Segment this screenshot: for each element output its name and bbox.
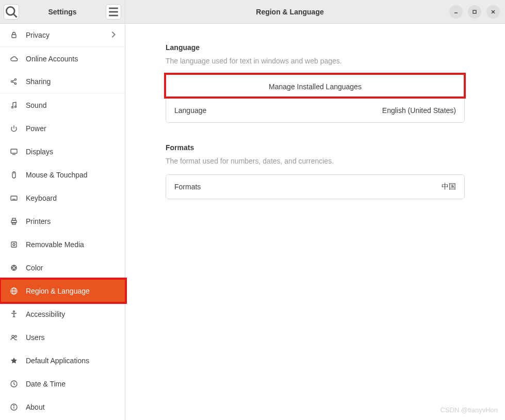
sidebar-header: Settings [0, 0, 125, 24]
svg-point-38 [13, 311, 15, 312]
clock-icon [9, 379, 19, 389]
hamburger-icon [106, 5, 121, 19]
minimize-button[interactable] [449, 5, 463, 19]
formats-row-value: 中国 [442, 182, 456, 191]
mouse-icon [9, 170, 19, 180]
svg-rect-18 [11, 196, 17, 200]
sidebar-item-mouse-touchpad[interactable]: Mouse & Touchpad [0, 163, 125, 186]
sidebar-item-label: Online Accounts [26, 55, 118, 63]
svg-point-34 [12, 267, 13, 268]
svg-rect-27 [12, 222, 15, 224]
chevron-right-icon [109, 30, 118, 40]
manage-languages-button[interactable]: Manage Installed Languages [166, 75, 464, 99]
language-row-value: English (United States) [382, 106, 456, 115]
formats-row-label: Formats [174, 183, 201, 191]
svg-point-6 [11, 80, 12, 82]
content-area: Language The language used for text in w… [125, 24, 505, 420]
svg-point-33 [13, 269, 14, 270]
sidebar-item-label: Privacy [26, 31, 102, 39]
info-icon [9, 402, 19, 412]
window-controls [449, 5, 500, 19]
sidebar-item-online-accounts[interactable]: Online Accounts [0, 47, 125, 70]
sidebar-item-label: Users [26, 333, 118, 342]
maximize-button[interactable] [468, 5, 481, 19]
sidebar-item-default-applications[interactable]: Default Applications [0, 349, 125, 372]
sidebar-item-label: Removable Media [26, 240, 118, 249]
sidebar-item-label: Accessibility [26, 310, 118, 318]
svg-point-39 [12, 335, 14, 337]
svg-point-12 [14, 106, 16, 107]
svg-point-40 [15, 335, 17, 337]
users-icon [9, 333, 19, 342]
svg-line-10 [12, 82, 14, 83]
svg-point-29 [13, 244, 15, 246]
svg-rect-28 [11, 242, 17, 247]
language-row[interactable]: Language English (United States) [166, 99, 464, 122]
sidebar-item-region-language[interactable]: Region & Language [0, 279, 125, 302]
language-description: The language used for text in windows an… [166, 57, 465, 65]
sidebar-item-label: Keyboard [26, 194, 118, 202]
accessibility-icon [9, 310, 19, 319]
power-icon [9, 124, 19, 133]
sidebar-item-label: Region & Language [26, 287, 118, 295]
sidebar-item-sharing[interactable]: Sharing [0, 70, 125, 93]
printer-icon [9, 217, 19, 226]
sidebar-item-keyboard[interactable]: Keyboard [0, 186, 125, 209]
color-icon [9, 263, 19, 272]
language-panel: Manage Installed Languages Language Engl… [166, 74, 465, 123]
sidebar-list: PrivacyOnline AccountsSharingSoundPowerD… [0, 24, 125, 420]
maximize-icon [472, 9, 477, 14]
sidebar-item-printers[interactable]: Printers [0, 209, 125, 233]
lock-icon [9, 30, 19, 40]
formats-panel: Formats 中国 [166, 174, 465, 199]
sidebar-item-label: Default Applications [26, 357, 118, 365]
formats-description: The format used for numbers, dates, and … [166, 157, 465, 165]
page-title: Region & Language [131, 8, 449, 16]
sidebar-item-about[interactable]: About [0, 395, 125, 418]
minimize-icon [453, 9, 459, 14]
star-icon [9, 356, 19, 365]
close-button[interactable] [486, 5, 500, 19]
svg-point-44 [14, 405, 14, 406]
svg-point-7 [14, 78, 16, 80]
svg-point-31 [13, 266, 14, 267]
menu-button[interactable] [106, 4, 121, 20]
svg-rect-26 [12, 218, 15, 220]
sidebar: Settings PrivacyOnline AccountsSharingSo… [0, 0, 125, 420]
sidebar-item-label: Power [26, 124, 118, 133]
search-button[interactable] [4, 4, 19, 20]
sidebar-item-label: Sharing [26, 77, 118, 86]
sidebar-item-users[interactable]: Users [0, 326, 125, 349]
sidebar-item-label: Mouse & Touchpad [26, 171, 118, 179]
formats-heading: Formats [166, 143, 465, 152]
main-panel: Region & Language Language The language … [125, 0, 505, 420]
svg-rect-14 [11, 149, 17, 153]
sidebar-item-date-time[interactable]: Date & Time [0, 372, 125, 395]
sidebar-title: Settings [23, 8, 102, 16]
sidebar-item-removable-media[interactable]: Removable Media [0, 233, 125, 256]
svg-rect-46 [473, 10, 476, 13]
share-icon [9, 77, 19, 86]
language-row-label: Language [174, 106, 206, 115]
sidebar-item-displays[interactable]: Displays [0, 140, 125, 163]
formats-row[interactable]: Formats 中国 [166, 175, 464, 199]
language-heading: Language [166, 43, 465, 52]
music-icon [9, 101, 19, 110]
svg-point-8 [14, 83, 16, 84]
svg-rect-5 [12, 35, 16, 38]
display-icon [9, 147, 19, 156]
sidebar-item-label: About [26, 403, 118, 411]
sidebar-item-label: Date & Time [26, 380, 118, 388]
svg-point-0 [6, 7, 14, 15]
sidebar-item-label: Sound [26, 101, 118, 109]
sidebar-item-sound[interactable]: Sound [0, 93, 125, 117]
svg-point-32 [15, 267, 16, 268]
sidebar-item-accessibility[interactable]: Accessibility [0, 302, 125, 326]
sidebar-item-label: Printers [26, 217, 118, 225]
sidebar-item-power[interactable]: Power [0, 117, 125, 140]
cloud-icon [9, 54, 19, 63]
sidebar-item-privacy[interactable]: Privacy [0, 24, 125, 47]
sidebar-item-label: Displays [26, 148, 118, 156]
search-icon [4, 5, 19, 19]
sidebar-item-color[interactable]: Color [0, 256, 125, 279]
